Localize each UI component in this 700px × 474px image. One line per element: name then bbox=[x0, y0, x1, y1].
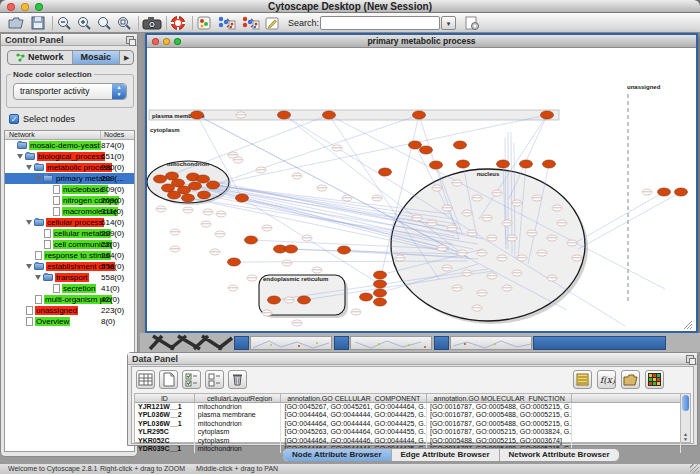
node-transporter-activity[interactable] bbox=[520, 160, 533, 168]
expander-triangle-icon[interactable] bbox=[26, 264, 32, 269]
tree-row[interactable]: biological_process651(0) bbox=[5, 151, 134, 162]
tree-row[interactable]: cellular process614(0) bbox=[5, 217, 134, 228]
tree-row[interactable]: macromolecule311(0) bbox=[5, 206, 134, 217]
tree-row[interactable]: transport558(0) bbox=[5, 272, 134, 283]
tree-row-label[interactable]: transport bbox=[55, 273, 89, 282]
background-window-edge[interactable] bbox=[334, 336, 349, 350]
node-transporter-activity[interactable] bbox=[191, 111, 204, 119]
table-row[interactable]: YPL036W__1mitochondrion[GO:0044464, GO:0… bbox=[135, 420, 681, 428]
node-transporter-activity[interactable] bbox=[497, 160, 510, 168]
tree-row[interactable]: nitrogen compo209(0) bbox=[5, 195, 134, 206]
node-transporter-activity[interactable] bbox=[323, 111, 336, 119]
column-header[interactable]: _cellularLayoutRegion bbox=[195, 394, 282, 402]
node-transporter-activity[interactable] bbox=[457, 160, 470, 168]
window-resize-grip[interactable] bbox=[690, 464, 699, 473]
node-transporter-activity[interactable] bbox=[168, 191, 181, 199]
node-transporter-activity[interactable] bbox=[298, 296, 311, 304]
float-panel-icon[interactable] bbox=[686, 355, 694, 363]
node-transporter-activity[interactable] bbox=[374, 289, 387, 297]
tree-row[interactable]: primary metabo209(... bbox=[5, 173, 134, 184]
select-nodes-checkbox[interactable]: ✓ bbox=[9, 114, 19, 124]
tree-row[interactable]: response to stimul264(0) bbox=[5, 250, 134, 261]
node-transporter-activity[interactable] bbox=[543, 160, 556, 168]
edge[interactable] bbox=[160, 115, 329, 179]
table-row[interactable]: YKR052Ccytoplasm[GO:0044464, GO:0044446,… bbox=[135, 437, 681, 445]
expander-triangle-icon[interactable] bbox=[35, 176, 41, 181]
save-icon[interactable] bbox=[30, 15, 46, 31]
node-transporter-activity[interactable] bbox=[285, 245, 298, 253]
node-transporter-activity[interactable] bbox=[278, 111, 291, 119]
node-transporter-activity[interactable] bbox=[154, 175, 167, 183]
network-tree-header[interactable]: Network Nodes bbox=[5, 131, 134, 140]
attribute-table[interactable]: ID_cellularLayoutRegionannotation.GO CEL… bbox=[134, 393, 682, 443]
window-titlebar[interactable]: Cytoscape Desktop (New Session) bbox=[0, 0, 700, 13]
tree-row[interactable]: metabolic process280(0) bbox=[5, 162, 134, 173]
search-input[interactable] bbox=[320, 16, 440, 30]
search-dropdown-arrow[interactable]: ▾ bbox=[441, 16, 456, 30]
snapshot-camera-icon[interactable] bbox=[142, 15, 162, 31]
table-row[interactable]: YPL036W__2plasma membrane[GO:0044464, GO… bbox=[135, 411, 681, 419]
color-attribute-dropdown[interactable]: transporter activity ▲▼ bbox=[13, 83, 127, 100]
network-view-titlebar[interactable]: primary metabolic process bbox=[147, 35, 696, 48]
expander-triangle-icon[interactable] bbox=[26, 165, 32, 170]
help-lifering-icon[interactable] bbox=[170, 15, 186, 31]
attribute-table-header[interactable]: ID_cellularLayoutRegionannotation.GO CEL… bbox=[135, 394, 681, 403]
table-row[interactable]: YLR295Ccytoplasm[GO:0045263, GO:0044464,… bbox=[135, 428, 681, 436]
background-window-edge[interactable] bbox=[434, 336, 449, 350]
annotation-icon[interactable] bbox=[264, 15, 280, 31]
background-window-thumbnail[interactable] bbox=[250, 336, 332, 350]
scrollbar-thumb[interactable] bbox=[682, 395, 689, 411]
matrix-icon[interactable] bbox=[645, 370, 664, 389]
tree-row[interactable]: multi-organism pro42(0) bbox=[5, 294, 134, 305]
tree-row[interactable]: secretion41(0) bbox=[5, 283, 134, 294]
node-transporter-activity[interactable] bbox=[658, 188, 671, 196]
node-transporter-activity[interactable] bbox=[374, 298, 387, 306]
zoom-in-icon[interactable] bbox=[76, 15, 92, 31]
background-window-thumbnail[interactable] bbox=[350, 336, 432, 350]
new-network-from-selected-nodes-icon[interactable] bbox=[216, 15, 236, 31]
node-transporter-activity[interactable] bbox=[198, 191, 211, 199]
select-attributes-icon[interactable] bbox=[182, 370, 201, 389]
node-transporter-activity[interactable] bbox=[454, 141, 467, 149]
node-transporter-activity[interactable] bbox=[420, 146, 433, 154]
node-transporter-activity[interactable] bbox=[197, 175, 210, 183]
edge[interactable] bbox=[197, 115, 449, 248]
node-transporter-activity[interactable] bbox=[268, 296, 281, 304]
column-header[interactable]: ID bbox=[135, 394, 195, 402]
attribute-list-icon[interactable] bbox=[573, 370, 592, 389]
new-network-from-selected-edges-icon[interactable] bbox=[240, 15, 260, 31]
zoom-selected-icon[interactable] bbox=[96, 15, 112, 31]
tree-row[interactable]: cell communicat22(0) bbox=[5, 239, 134, 250]
tree-row[interactable]: unassigned223(0) bbox=[5, 305, 134, 316]
expander-triangle-icon[interactable] bbox=[35, 275, 41, 280]
tree-row[interactable]: cellular metabol209(0) bbox=[5, 228, 134, 239]
node-transporter-activity[interactable] bbox=[430, 161, 443, 169]
network-canvas[interactable]: plasma membranecytoplasmmitochondrionnuc… bbox=[147, 48, 696, 331]
tab-edge-attribute-browser[interactable]: Edge Attribute Browser bbox=[392, 449, 500, 461]
column-header[interactable]: annotation.GO MOLECULAR_FUNCTION bbox=[427, 394, 572, 402]
tree-row-label[interactable]: cellular process bbox=[46, 218, 104, 227]
zoom-fit-icon[interactable] bbox=[116, 15, 132, 31]
table-scrollbar[interactable]: ▲▼ bbox=[680, 393, 691, 443]
node-transporter-activity[interactable] bbox=[182, 194, 195, 202]
network-graph[interactable]: plasma membranecytoplasmmitochondrionnuc… bbox=[147, 48, 696, 331]
node-transporter-activity[interactable] bbox=[374, 280, 387, 288]
tree-row-label[interactable]: mosaic-demo-yeast bbox=[29, 141, 101, 150]
float-panel-icon[interactable] bbox=[126, 36, 134, 44]
tree-row[interactable]: nucleobase-209(0) bbox=[5, 184, 134, 195]
tree-row-label[interactable]: unassigned bbox=[35, 306, 78, 315]
attribute-table-icon[interactable] bbox=[136, 370, 155, 389]
node-transporter-activity[interactable] bbox=[360, 293, 373, 301]
node-transporter-activity[interactable] bbox=[675, 188, 688, 196]
node-transporter-activity[interactable] bbox=[245, 236, 258, 244]
table-row[interactable]: YJR121W__1mitochondrion[GO:0045267, GO:0… bbox=[135, 403, 681, 411]
network-view-window[interactable]: primary metabolic process plasma membran… bbox=[145, 33, 698, 333]
background-window-edge[interactable] bbox=[234, 336, 249, 350]
expander-triangle-icon[interactable] bbox=[26, 220, 32, 225]
node-transporter-activity[interactable] bbox=[541, 111, 554, 119]
tree-row[interactable]: Overview8(0) bbox=[5, 316, 134, 327]
node-transporter-activity[interactable] bbox=[228, 258, 241, 266]
new-attribute-icon[interactable] bbox=[159, 370, 178, 389]
node-transporter-activity[interactable] bbox=[189, 182, 202, 190]
node-transporter-activity[interactable] bbox=[409, 141, 422, 149]
